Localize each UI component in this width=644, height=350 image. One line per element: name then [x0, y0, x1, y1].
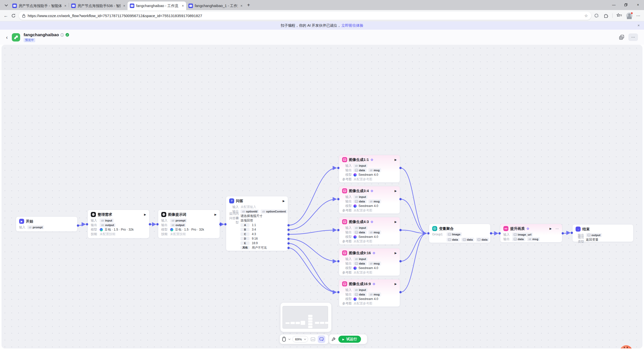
qa-option-row[interactable]: E16:9	[226, 241, 288, 245]
param-tag[interactable]: data	[353, 261, 367, 266]
node-question-answer[interactable]: ? 问答 ▶ 输入未配置输入 输出 stroptionId stroptionC…	[226, 196, 288, 251]
qa-option-row[interactable]: D9:16	[226, 236, 288, 241]
new-tab-button[interactable]: +	[245, 1, 252, 9]
run-node-button[interactable]: ▶	[215, 213, 217, 216]
node-organize-requirements[interactable]: 整理需求 ▶ 输入strinput 输出stroutput 模型豆包 · 1.5…	[88, 210, 149, 238]
param-tag[interactable]: strinput	[353, 226, 368, 230]
banner-close-icon[interactable]: ×	[637, 23, 640, 27]
test-run-button[interactable]: ▶ 试运行	[338, 336, 361, 343]
published-check-icon	[65, 33, 69, 37]
run-node-button[interactable]: ▶	[283, 199, 285, 203]
param-tag[interactable]: strinput	[353, 164, 368, 168]
browser-tab-2[interactable]: 房产节点海报助手536 - 智能体 - 扣 ×	[69, 2, 128, 10]
copilot-icon[interactable]	[594, 13, 600, 18]
close-tab-icon[interactable]: ×	[182, 4, 184, 8]
param-tag[interactable]: strmsg	[368, 261, 381, 266]
param-tag[interactable]: data	[353, 199, 367, 203]
run-node-button[interactable]: ▶	[395, 220, 397, 224]
param-tag[interactable]: strmsg	[368, 168, 381, 172]
node-image-gen-16-9[interactable]: 图像生成16:9 ▶ 输入strinput 输出 data strmsg 模型S…	[339, 279, 400, 307]
param-tag[interactable]: strinput	[353, 257, 368, 261]
close-tab-icon[interactable]: ×	[64, 4, 66, 8]
run-node-button[interactable]: ▶	[144, 213, 146, 216]
qa-option-row[interactable]: B3:4	[226, 227, 288, 232]
extensions-icon[interactable]	[603, 13, 609, 18]
qa-option-row[interactable]: C4:3	[226, 232, 288, 236]
url-bar[interactable]: https://www.coze.cn/work_flow?workflow_i…	[19, 12, 591, 20]
node-enhance-quality[interactable]: HD 提升画质 ▶ ⋯ 输入 image_url 输出 data strmsg	[500, 224, 562, 242]
param-tag[interactable]: strinput	[100, 218, 114, 223]
param-tag[interactable]: output	[586, 233, 602, 237]
param-tag[interactable]: data	[353, 292, 367, 296]
node-image-prompt[interactable]: 图像提示词 ▶ 输入strprompt 输出stroutput 模型豆包 · 1…	[158, 210, 220, 238]
param-tag[interactable]: data	[447, 238, 460, 242]
close-window-button[interactable]: ×	[632, 0, 644, 10]
node-more-button[interactable]: ⋯	[555, 227, 559, 231]
param-tag[interactable]: Image	[447, 232, 462, 236]
node-image-gen-1-1[interactable]: 图像生成1:1 ▶ 输入strinput 输出 data strmsg 模型Se…	[339, 155, 400, 183]
run-node-button[interactable]: ▶	[395, 282, 397, 286]
param-tag[interactable]: strinput	[353, 288, 368, 292]
zoom-select[interactable]: 69%	[292, 336, 308, 342]
param-tag[interactable]: strinput	[353, 195, 368, 199]
param-tag[interactable]: strmsg	[368, 230, 381, 234]
node-image-gen-4-3[interactable]: 图像生成4:3 ▶ 输入strinput 输出 data strmsg 模型Se…	[339, 217, 400, 245]
info-icon[interactable]	[60, 33, 64, 37]
minimize-button[interactable]: —	[608, 0, 620, 10]
param-tag[interactable]: data	[353, 168, 367, 172]
param-tag[interactable]: strmsg	[527, 237, 540, 241]
duplicate-icon[interactable]	[619, 35, 624, 40]
browser-tab-4[interactable]: fangchanghaibao_1 - 工作流 - 智能 ×	[186, 2, 245, 10]
restore-button[interactable]	[620, 0, 632, 10]
mouse-tool-dropdown-icon[interactable]	[288, 338, 290, 340]
minimap[interactable]	[280, 303, 331, 332]
comment-tool-button-active[interactable]	[318, 335, 325, 343]
param-tag[interactable]: data	[512, 237, 525, 241]
lock-icon	[22, 14, 25, 18]
refresh-button[interactable]	[11, 13, 16, 18]
param-tag[interactable]: stroutput	[170, 223, 186, 227]
node-variable-aggregate[interactable]: 变量聚合 Group1 Image data data data data ⋯	[429, 224, 491, 243]
close-tab-icon[interactable]: ×	[123, 4, 125, 8]
param-tag[interactable]: strmsg	[368, 199, 381, 203]
url-text[interactable]: https://www.coze.cn/work_flow?workflow_i…	[28, 14, 582, 18]
banner-link[interactable]: 立即前往体验	[341, 23, 363, 28]
run-node-button[interactable]: ▶	[395, 189, 397, 193]
param-tag[interactable]: data	[353, 230, 367, 234]
browser-menu-button[interactable]: ⋯	[636, 13, 640, 18]
wrench-icon[interactable]	[332, 337, 336, 341]
browser-tab-1[interactable]: 房产节点海报助手 - 智能体 - 扣子 ×	[10, 2, 69, 10]
header-more-button[interactable]: ⋯	[628, 33, 638, 41]
back-button[interactable]: ←	[4, 13, 8, 18]
browser-tab-3-active[interactable]: fangchanghaibao - 工作流 - 智能体 ×	[128, 2, 186, 10]
param-tag[interactable]: stroptionId	[240, 209, 259, 213]
param-tag[interactable]: image_url	[512, 233, 533, 237]
param-tag[interactable]: stroutput	[100, 223, 115, 227]
run-node-button[interactable]: ▶	[395, 251, 397, 255]
param-tag[interactable]: data	[461, 238, 474, 242]
profile-avatar[interactable]	[626, 13, 632, 19]
workflow-canvas[interactable]: ▶ 开始 输入 strprompt 整理需求 ▶ 输入strinput 输出st…	[2, 45, 642, 348]
node-start[interactable]: ▶ 开始 输入 strprompt	[16, 216, 77, 232]
run-node-button[interactable]: ▶	[395, 158, 397, 161]
param-tag[interactable]: strprompt	[27, 225, 44, 229]
header-back-button[interactable]: ‹	[6, 34, 8, 40]
collections-icon[interactable]	[616, 13, 622, 18]
param-tag[interactable]: data	[476, 238, 489, 242]
bookmark-star-icon[interactable]: ☆	[584, 13, 588, 18]
assistant-mascot[interactable]	[620, 345, 632, 348]
screenshot-tool-icon[interactable]	[311, 337, 315, 341]
node-image-gen-9-16[interactable]: 图像生成9:16 ▶ 输入strinput 输出 data strmsg 模型S…	[339, 248, 400, 276]
node-title: 变量聚合	[439, 226, 454, 231]
param-tag[interactable]: stroptionContent	[261, 209, 287, 213]
param-tag[interactable]: strprompt	[170, 218, 187, 223]
node-end[interactable]: → 结束 输出 output 输出类型返回变量	[572, 224, 633, 242]
tab-search-button[interactable]	[2, 0, 10, 10]
qa-option-row[interactable]: 其他用户不可见	[226, 245, 288, 250]
node-title: 图像生成9:16	[349, 251, 371, 255]
mouse-tool-icon[interactable]	[282, 337, 286, 342]
close-tab-icon[interactable]: ×	[240, 4, 243, 8]
run-node-button[interactable]: ▶	[550, 227, 552, 230]
node-image-gen-3-4[interactable]: 图像生成3:4 ▶ 输入strinput 输出 data strmsg 模型Se…	[339, 186, 400, 214]
param-tag[interactable]: strmsg	[368, 292, 381, 296]
